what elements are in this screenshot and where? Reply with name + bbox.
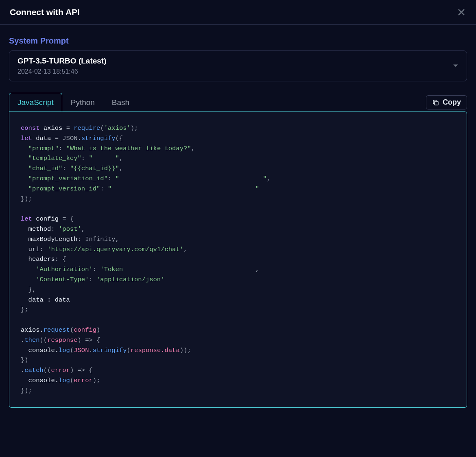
system-prompt-dropdown[interactable]: GPT-3.5-TURBO (Latest) 2024-02-13 18:51:… [9,50,467,81]
system-prompt-label: System Prompt [9,36,467,46]
copy-button-label: Copy [443,98,461,107]
close-button[interactable] [456,7,466,17]
copy-icon [432,99,439,106]
tab-javascript[interactable]: JavaScript [9,93,62,112]
tab-bash[interactable]: Bash [103,93,138,112]
svg-rect-2 [435,101,438,105]
page-title: Connect with API [10,7,80,17]
code-block: const axios = require('axios'); let data… [9,112,467,408]
dropdown-date: 2024-02-13 18:51:46 [17,68,107,75]
dropdown-selected-model: GPT-3.5-TURBO (Latest) [17,57,107,66]
code-content: const axios = require('axios'); let data… [21,123,455,396]
close-icon [456,7,466,17]
chevron-down-icon [453,64,459,68]
language-tabs: JavaScript Python Bash [9,93,138,112]
tab-python[interactable]: Python [62,93,103,112]
copy-button[interactable]: Copy [426,95,467,109]
